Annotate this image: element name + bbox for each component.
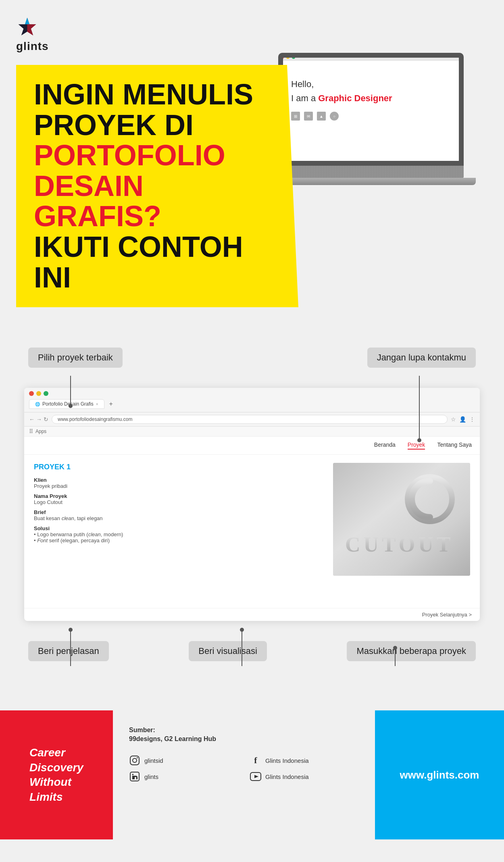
browser-chrome: 🌐 Portofolio Desain Grafis × +	[24, 388, 480, 412]
hero-line3: DESAIN GRAFIS?	[34, 171, 278, 232]
laptop-dot-red	[281, 56, 284, 59]
laptop-dot-yellow	[286, 56, 289, 59]
svg-point-10	[240, 628, 244, 632]
footer-tagline-block: CareerDiscoveryWithoutLimits	[0, 710, 113, 839]
annotation-bubble-kontak: Jangan lupa kontakmu	[367, 348, 476, 368]
back-arrow-icon[interactable]: ←	[29, 416, 35, 423]
solusi-item-1: • Logo berwarna putih (clean, modern)	[34, 531, 323, 537]
browser-tab-favicon: 🌐	[35, 402, 40, 406]
icon-grid: ⊞	[291, 112, 300, 121]
youtube-handle: Glints Indonesia	[265, 773, 309, 780]
bottom-annotations-row: Beri penjelasan Beri visualisasi Masukka…	[16, 641, 488, 661]
browser-active-tab[interactable]: 🌐 Portofolio Desain Grafis ×	[29, 399, 104, 409]
hero-section: glints INGIN MENULIS PROYEK DI PORTOFOLI…	[0, 0, 504, 331]
social-facebook[interactable]: f Glints Indonesia	[250, 755, 359, 766]
browser-content: PROYEK 1 Klien Proyek pribadi Nama Proye…	[24, 455, 480, 608]
annotation-bubble-beri-penjelasan: Beri penjelasan	[28, 641, 109, 661]
cutout-logo-svg: CUTOUT	[333, 463, 470, 576]
social-youtube[interactable]: Glints Indonesia	[250, 771, 359, 782]
svg-rect-20	[132, 776, 133, 779]
svg-rect-16	[130, 756, 139, 765]
hero-banner: INGIN MENULIS PROYEK DI PORTOFOLIO DESAI…	[16, 65, 298, 307]
browser-traffic-lights	[29, 391, 475, 396]
brief-value: Buat kesan clean, tapi elegan	[34, 515, 323, 521]
browser-new-tab-icon[interactable]: +	[106, 400, 116, 408]
refresh-icon[interactable]: ↻	[44, 416, 48, 423]
laptop-browser-bar	[278, 54, 464, 61]
hero-line1: INGIN MENULIS	[34, 79, 278, 110]
social-links-grid: glintsid f Glints Indonesia glints	[129, 755, 359, 782]
footer-section: CareerDiscoveryWithoutLimits Sumber: 99d…	[0, 710, 504, 839]
next-project-link[interactable]: Proyek Selanjutnya >	[422, 612, 472, 618]
linkedin-icon	[129, 771, 140, 782]
project-title: PROYEK 1	[34, 463, 323, 471]
browser-maximize-dot	[44, 391, 48, 396]
svg-point-18	[137, 757, 138, 758]
annotation-bubble-masukkan: Masukkan beberapa proyek	[347, 641, 476, 661]
laptop-icons-row: ⊞ ✉ ▲ ○	[291, 112, 451, 121]
footer-tagline-text: CareerDiscoveryWithoutLimits	[29, 745, 83, 804]
footer-source-names: 99designs, G2 Learning Hub	[129, 735, 359, 743]
svg-marker-23	[254, 775, 258, 778]
bookmarks-label: Apps	[35, 429, 46, 434]
solusi-label: Solusi	[34, 525, 323, 531]
project-klien: Klien Proyek pribadi	[34, 477, 323, 489]
browser-tab-bar: 🌐 Portofolio Desain Grafis × +	[29, 399, 475, 409]
menu-icon[interactable]: ⋮	[469, 416, 475, 423]
svg-marker-2	[25, 18, 29, 24]
browser-close-dot	[29, 391, 34, 396]
svg-point-17	[133, 758, 137, 762]
browser-tab-label: Portofolio Desain Grafis	[42, 401, 94, 407]
project-image-panel: CUTOUT	[333, 463, 470, 600]
svg-rect-13	[333, 463, 470, 576]
browser-url-actions: ☆ 👤 ⋮	[451, 416, 475, 423]
nav-item-tentang[interactable]: Tentang Saya	[437, 441, 472, 450]
browser-url-bar: ← → ↻ www.portofoliodesaingrafismu.com ☆…	[24, 412, 480, 427]
social-instagram[interactable]: glintsid	[129, 755, 238, 766]
project-solusi: Solusi • Logo berwarna putih (clean, mod…	[34, 525, 323, 543]
footer-source-label: Sumber:	[129, 727, 359, 734]
forward-arrow-icon[interactable]: →	[36, 416, 42, 423]
solusi-item-2: • Font serif (elegan, percaya diri)	[34, 537, 323, 543]
laptop-hello-text: Hello, I am a Graphic Designer	[291, 77, 451, 105]
youtube-icon	[250, 771, 261, 782]
hero-line4: IKUTI CONTOH INI	[34, 232, 278, 293]
hero-content: INGIN MENULIS PROYEK DI PORTOFOLIO DESAI…	[16, 65, 488, 307]
browser-mockup: 🌐 Portofolio Desain Grafis × + ← → ↻ www…	[24, 388, 480, 621]
linkedin-handle: glints	[144, 773, 158, 780]
facebook-handle: Glints Indonesia	[265, 757, 309, 764]
instagram-handle: glintsid	[144, 757, 163, 764]
project-info-panel: PROYEK 1 Klien Proyek pribadi Nama Proye…	[34, 463, 323, 600]
browser-tab-close-icon[interactable]: ×	[96, 402, 98, 406]
hero-title: INGIN MENULIS PROYEK DI PORTOFOLIO DESAI…	[34, 79, 278, 293]
bookmark-icon[interactable]: ☆	[451, 416, 456, 423]
grid-icon: ⠿	[29, 428, 33, 435]
svg-point-8	[69, 628, 73, 632]
brief-label: Brief	[34, 509, 323, 515]
laptop-mockup: Hello, I am a Graphic Designer ⊞ ✉ ▲ ○	[278, 53, 488, 206]
icon-mail: ✉	[304, 112, 313, 121]
instagram-icon	[129, 755, 140, 766]
account-icon[interactable]: 👤	[459, 416, 466, 423]
nama-label: Nama Proyek	[34, 493, 323, 499]
social-linkedin[interactable]: glints	[129, 771, 238, 782]
logo-area: glints	[16, 16, 488, 53]
browser-footer: Proyek Selanjutnya >	[24, 608, 480, 621]
icon-circle: ○	[330, 112, 339, 121]
laptop-dot-green	[292, 56, 295, 59]
footer-middle-block: Sumber: 99designs, G2 Learning Hub glint…	[113, 710, 375, 839]
nav-item-proyek[interactable]: Proyek	[408, 441, 425, 450]
logo-star-icon	[16, 16, 38, 38]
laptop-screen: Hello, I am a Graphic Designer ⊞ ✉ ▲ ○	[278, 53, 464, 166]
nama-value: Logo Cutout	[34, 499, 323, 505]
footer-website-url[interactable]: www.glints.com	[400, 769, 479, 781]
browser-url-input[interactable]: www.portofoliodesaingrafismu.com	[52, 415, 448, 424]
annotation-bubble-beri-visualisasi: Beri visualisasi	[189, 641, 267, 661]
site-navigation: Beranda Proyek Tentang Saya	[24, 437, 480, 455]
browser-bookmarks-bar: ⠿ Apps	[24, 427, 480, 437]
icon-triangle: ▲	[317, 112, 326, 121]
nav-item-beranda[interactable]: Beranda	[374, 441, 396, 450]
browser-minimize-dot	[36, 391, 41, 396]
svg-text:CUTOUT: CUTOUT	[345, 533, 454, 556]
laptop-body: Hello, I am a Graphic Designer ⊞ ✉ ▲ ○	[278, 53, 480, 186]
